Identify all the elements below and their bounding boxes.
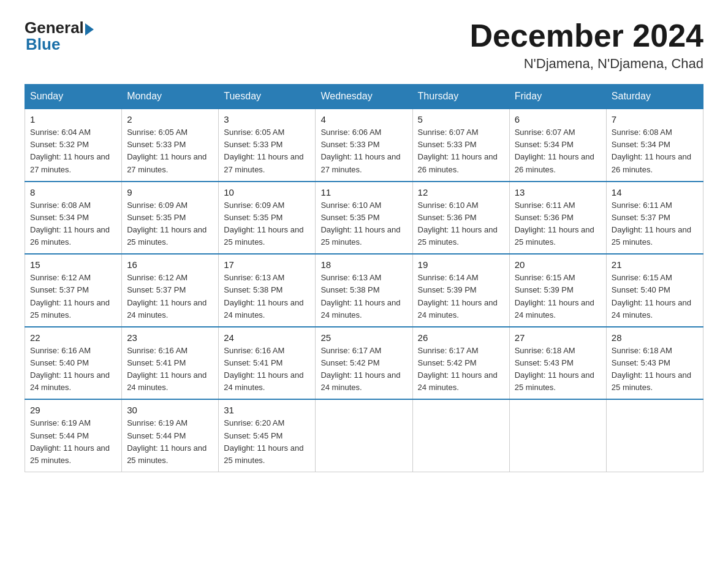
calendar-table: SundayMondayTuesdayWednesdayThursdayFrid… — [25, 84, 703, 472]
day-number: 25 — [320, 332, 407, 343]
day-number: 30 — [127, 405, 213, 415]
day-cell: 29Sunrise: 6:19 AMSunset: 5:44 PMDayligh… — [25, 399, 122, 472]
day-info: Sunrise: 6:18 AMSunset: 5:43 PMDaylight:… — [515, 345, 601, 394]
column-header-saturday: Saturday — [606, 85, 703, 109]
column-header-tuesday: Tuesday — [219, 85, 316, 109]
day-info: Sunrise: 6:05 AMSunset: 5:33 PMDaylight:… — [127, 126, 213, 176]
day-info: Sunrise: 6:13 AMSunset: 5:38 PMDaylight:… — [320, 272, 407, 321]
day-info: Sunrise: 6:16 AMSunset: 5:41 PMDaylight:… — [224, 345, 310, 394]
day-cell: 5Sunrise: 6:07 AMSunset: 5:33 PMDaylight… — [412, 109, 509, 182]
day-cell: 4Sunrise: 6:06 AMSunset: 5:33 PMDaylight… — [316, 109, 412, 182]
day-info: Sunrise: 6:12 AMSunset: 5:37 PMDaylight:… — [30, 272, 116, 321]
logo-arrow-icon — [85, 23, 94, 36]
day-info: Sunrise: 6:15 AMSunset: 5:40 PMDaylight:… — [612, 272, 698, 321]
day-cell: 13Sunrise: 6:11 AMSunset: 5:36 PMDayligh… — [509, 182, 606, 255]
day-info: Sunrise: 6:16 AMSunset: 5:40 PMDaylight:… — [30, 345, 116, 394]
column-header-thursday: Thursday — [412, 85, 509, 109]
day-cell: 26Sunrise: 6:17 AMSunset: 5:42 PMDayligh… — [412, 327, 509, 400]
day-cell: 1Sunrise: 6:04 AMSunset: 5:32 PMDaylight… — [25, 109, 122, 182]
day-cell: 14Sunrise: 6:11 AMSunset: 5:37 PMDayligh… — [606, 182, 703, 255]
day-cell: 10Sunrise: 6:09 AMSunset: 5:35 PMDayligh… — [219, 182, 316, 255]
day-cell: 9Sunrise: 6:09 AMSunset: 5:35 PMDaylight… — [122, 182, 219, 255]
day-cell — [606, 399, 703, 472]
week-row-3: 15Sunrise: 6:12 AMSunset: 5:37 PMDayligh… — [25, 254, 703, 327]
day-number: 18 — [320, 259, 407, 270]
day-info: Sunrise: 6:05 AMSunset: 5:33 PMDaylight:… — [224, 126, 310, 176]
day-number: 7 — [612, 114, 698, 124]
day-number: 8 — [30, 187, 116, 197]
day-number: 21 — [612, 259, 698, 270]
day-number: 12 — [418, 187, 504, 197]
day-info: Sunrise: 6:12 AMSunset: 5:37 PMDaylight:… — [127, 272, 213, 321]
column-header-wednesday: Wednesday — [316, 85, 412, 109]
day-number: 3 — [224, 114, 310, 124]
day-number: 4 — [320, 114, 407, 124]
location-subtitle: N'Djamena, N'Djamena, Chad — [469, 56, 703, 72]
day-info: Sunrise: 6:07 AMSunset: 5:33 PMDaylight:… — [418, 126, 504, 176]
day-cell: 6Sunrise: 6:07 AMSunset: 5:34 PMDaylight… — [509, 109, 606, 182]
day-cell: 23Sunrise: 6:16 AMSunset: 5:41 PMDayligh… — [122, 327, 219, 400]
day-number: 23 — [127, 332, 213, 343]
day-number: 5 — [418, 114, 504, 124]
day-info: Sunrise: 6:08 AMSunset: 5:34 PMDaylight:… — [612, 126, 698, 176]
day-info: Sunrise: 6:04 AMSunset: 5:32 PMDaylight:… — [30, 126, 116, 176]
day-info: Sunrise: 6:18 AMSunset: 5:43 PMDaylight:… — [612, 345, 698, 394]
day-cell: 7Sunrise: 6:08 AMSunset: 5:34 PMDaylight… — [606, 109, 703, 182]
logo-blue-text: Blue — [26, 35, 60, 54]
day-info: Sunrise: 6:16 AMSunset: 5:41 PMDaylight:… — [127, 345, 213, 394]
day-cell: 31Sunrise: 6:20 AMSunset: 5:45 PMDayligh… — [219, 399, 316, 472]
day-cell — [316, 399, 412, 472]
day-cell: 27Sunrise: 6:18 AMSunset: 5:43 PMDayligh… — [509, 327, 606, 400]
week-row-2: 8Sunrise: 6:08 AMSunset: 5:34 PMDaylight… — [25, 182, 703, 255]
week-row-1: 1Sunrise: 6:04 AMSunset: 5:32 PMDaylight… — [25, 109, 703, 182]
day-cell: 2Sunrise: 6:05 AMSunset: 5:33 PMDaylight… — [122, 109, 219, 182]
day-number: 17 — [224, 259, 310, 270]
day-cell: 11Sunrise: 6:10 AMSunset: 5:35 PMDayligh… — [316, 182, 412, 255]
day-cell: 18Sunrise: 6:13 AMSunset: 5:38 PMDayligh… — [316, 254, 412, 327]
day-info: Sunrise: 6:11 AMSunset: 5:36 PMDaylight:… — [515, 199, 601, 249]
day-info: Sunrise: 6:19 AMSunset: 5:44 PMDaylight:… — [127, 417, 213, 467]
day-cell: 17Sunrise: 6:13 AMSunset: 5:38 PMDayligh… — [219, 254, 316, 327]
day-number: 16 — [127, 259, 213, 270]
day-number: 1 — [30, 114, 116, 124]
page-header: General Blue December 2024 N'Djamena, N'… — [25, 18, 703, 72]
day-cell: 3Sunrise: 6:05 AMSunset: 5:33 PMDaylight… — [219, 109, 316, 182]
day-number: 11 — [320, 187, 407, 197]
title-block: December 2024 N'Djamena, N'Djamena, Chad — [469, 18, 703, 72]
day-number: 24 — [224, 332, 310, 343]
day-info: Sunrise: 6:08 AMSunset: 5:34 PMDaylight:… — [30, 199, 116, 249]
month-title: December 2024 — [469, 18, 703, 53]
day-number: 28 — [612, 332, 698, 343]
day-number: 27 — [515, 332, 601, 343]
day-info: Sunrise: 6:17 AMSunset: 5:42 PMDaylight:… — [320, 345, 407, 394]
logo: General Blue — [25, 18, 94, 54]
day-info: Sunrise: 6:09 AMSunset: 5:35 PMDaylight:… — [127, 199, 213, 249]
day-number: 26 — [418, 332, 504, 343]
day-number: 20 — [515, 259, 601, 270]
day-info: Sunrise: 6:07 AMSunset: 5:34 PMDaylight:… — [515, 126, 601, 176]
day-info: Sunrise: 6:10 AMSunset: 5:35 PMDaylight:… — [320, 199, 407, 249]
column-header-friday: Friday — [509, 85, 606, 109]
column-header-monday: Monday — [122, 85, 219, 109]
day-info: Sunrise: 6:11 AMSunset: 5:37 PMDaylight:… — [612, 199, 698, 249]
day-number: 6 — [515, 114, 601, 124]
day-cell: 15Sunrise: 6:12 AMSunset: 5:37 PMDayligh… — [25, 254, 122, 327]
day-info: Sunrise: 6:20 AMSunset: 5:45 PMDaylight:… — [224, 417, 310, 467]
day-cell: 30Sunrise: 6:19 AMSunset: 5:44 PMDayligh… — [122, 399, 219, 472]
day-cell: 19Sunrise: 6:14 AMSunset: 5:39 PMDayligh… — [412, 254, 509, 327]
day-number: 19 — [418, 259, 504, 270]
day-number: 31 — [224, 405, 310, 415]
day-cell: 21Sunrise: 6:15 AMSunset: 5:40 PMDayligh… — [606, 254, 703, 327]
day-info: Sunrise: 6:09 AMSunset: 5:35 PMDaylight:… — [224, 199, 310, 249]
day-info: Sunrise: 6:14 AMSunset: 5:39 PMDaylight:… — [418, 272, 504, 321]
week-row-5: 29Sunrise: 6:19 AMSunset: 5:44 PMDayligh… — [25, 399, 703, 472]
day-cell: 12Sunrise: 6:10 AMSunset: 5:36 PMDayligh… — [412, 182, 509, 255]
day-cell — [412, 399, 509, 472]
day-number: 29 — [30, 405, 116, 415]
day-cell: 25Sunrise: 6:17 AMSunset: 5:42 PMDayligh… — [316, 327, 412, 400]
day-number: 9 — [127, 187, 213, 197]
day-cell — [509, 399, 606, 472]
day-cell: 8Sunrise: 6:08 AMSunset: 5:34 PMDaylight… — [25, 182, 122, 255]
day-info: Sunrise: 6:10 AMSunset: 5:36 PMDaylight:… — [418, 199, 504, 249]
day-number: 14 — [612, 187, 698, 197]
